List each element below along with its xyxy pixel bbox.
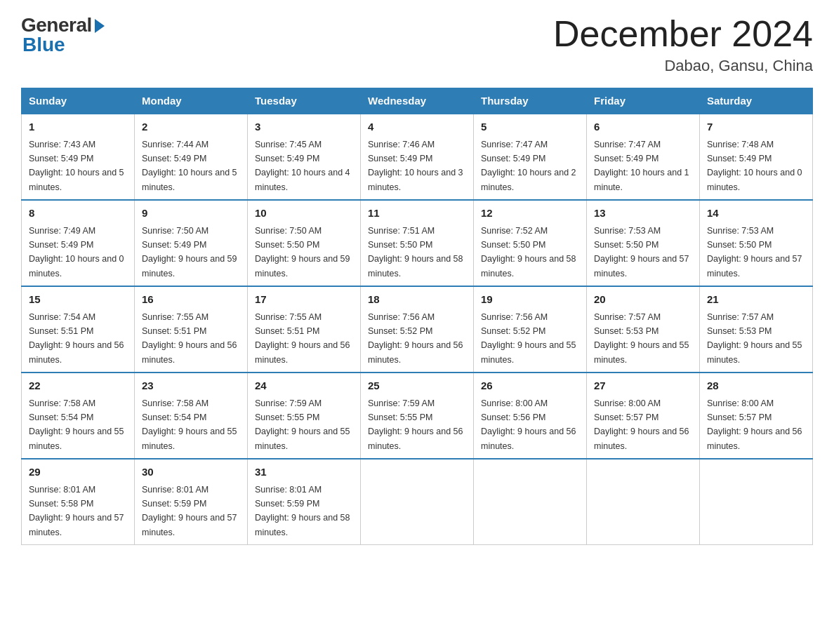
calendar-day-cell: 10Sunrise: 7:50 AMSunset: 5:50 PMDayligh… xyxy=(248,200,361,286)
day-info: Sunrise: 7:53 AMSunset: 5:50 PMDaylight:… xyxy=(707,226,802,279)
day-info: Sunrise: 7:59 AMSunset: 5:55 PMDaylight:… xyxy=(255,398,350,451)
day-number: 29 xyxy=(29,464,127,481)
header-sunday: Sunday xyxy=(22,88,135,114)
day-number: 26 xyxy=(481,378,579,394)
calendar-day-cell: 21Sunrise: 7:57 AMSunset: 5:53 PMDayligh… xyxy=(700,286,813,373)
day-info: Sunrise: 7:55 AMSunset: 5:51 PMDaylight:… xyxy=(142,312,237,365)
calendar-day-cell: 25Sunrise: 7:59 AMSunset: 5:55 PMDayligh… xyxy=(361,373,474,459)
day-number: 23 xyxy=(142,378,240,394)
day-info: Sunrise: 7:43 AMSunset: 5:49 PMDaylight:… xyxy=(29,140,124,192)
calendar-day-cell: 6Sunrise: 7:47 AMSunset: 5:49 PMDaylight… xyxy=(587,114,700,200)
logo: General Blue xyxy=(21,14,105,56)
day-number: 31 xyxy=(255,464,353,481)
day-info: Sunrise: 7:55 AMSunset: 5:51 PMDaylight:… xyxy=(255,312,350,365)
calendar-table: SundayMondayTuesdayWednesdayThursdayFrid… xyxy=(21,88,813,545)
calendar-day-cell xyxy=(587,459,700,545)
day-info: Sunrise: 7:52 AMSunset: 5:50 PMDaylight:… xyxy=(481,226,576,279)
day-number: 5 xyxy=(481,119,579,135)
day-number: 17 xyxy=(255,292,353,308)
calendar-week-row: 22Sunrise: 7:58 AMSunset: 5:54 PMDayligh… xyxy=(22,373,813,459)
day-number: 7 xyxy=(707,119,805,135)
logo-blue-text: Blue xyxy=(22,34,65,56)
day-number: 22 xyxy=(29,378,127,394)
calendar-header-row: SundayMondayTuesdayWednesdayThursdayFrid… xyxy=(22,88,813,114)
calendar-day-cell: 15Sunrise: 7:54 AMSunset: 5:51 PMDayligh… xyxy=(22,286,135,373)
calendar-day-cell: 28Sunrise: 8:00 AMSunset: 5:57 PMDayligh… xyxy=(700,373,813,459)
day-info: Sunrise: 7:50 AMSunset: 5:50 PMDaylight:… xyxy=(255,226,350,279)
day-info: Sunrise: 8:00 AMSunset: 5:57 PMDaylight:… xyxy=(707,398,802,451)
header-saturday: Saturday xyxy=(700,88,813,114)
day-info: Sunrise: 7:49 AMSunset: 5:49 PMDaylight:… xyxy=(29,226,124,279)
day-number: 6 xyxy=(594,119,692,135)
calendar-day-cell: 14Sunrise: 7:53 AMSunset: 5:50 PMDayligh… xyxy=(700,200,813,286)
calendar-day-cell: 20Sunrise: 7:57 AMSunset: 5:53 PMDayligh… xyxy=(587,286,700,373)
day-number: 19 xyxy=(481,292,579,308)
calendar-day-cell: 7Sunrise: 7:48 AMSunset: 5:49 PMDaylight… xyxy=(700,114,813,200)
calendar-day-cell: 8Sunrise: 7:49 AMSunset: 5:49 PMDaylight… xyxy=(22,200,135,286)
day-number: 9 xyxy=(142,206,240,222)
calendar-week-row: 29Sunrise: 8:01 AMSunset: 5:58 PMDayligh… xyxy=(22,459,813,545)
day-number: 28 xyxy=(707,378,805,394)
day-info: Sunrise: 7:44 AMSunset: 5:49 PMDaylight:… xyxy=(142,140,237,192)
calendar-day-cell: 4Sunrise: 7:46 AMSunset: 5:49 PMDaylight… xyxy=(361,114,474,200)
day-number: 3 xyxy=(255,119,353,135)
day-info: Sunrise: 7:59 AMSunset: 5:55 PMDaylight:… xyxy=(368,398,463,451)
day-number: 16 xyxy=(142,292,240,308)
logo-arrow-icon xyxy=(95,19,105,33)
calendar-day-cell: 26Sunrise: 8:00 AMSunset: 5:56 PMDayligh… xyxy=(474,373,587,459)
calendar-day-cell: 29Sunrise: 8:01 AMSunset: 5:58 PMDayligh… xyxy=(22,459,135,545)
calendar-week-row: 8Sunrise: 7:49 AMSunset: 5:49 PMDaylight… xyxy=(22,200,813,286)
day-number: 20 xyxy=(594,292,692,308)
calendar-day-cell: 16Sunrise: 7:55 AMSunset: 5:51 PMDayligh… xyxy=(135,286,248,373)
day-info: Sunrise: 8:01 AMSunset: 5:59 PMDaylight:… xyxy=(255,485,350,537)
page-header: General Blue December 2024 Dabao, Gansu,… xyxy=(21,14,813,75)
day-info: Sunrise: 7:58 AMSunset: 5:54 PMDaylight:… xyxy=(142,398,237,451)
day-number: 1 xyxy=(29,119,127,135)
day-number: 18 xyxy=(368,292,466,308)
day-number: 8 xyxy=(29,206,127,222)
calendar-day-cell: 9Sunrise: 7:50 AMSunset: 5:49 PMDaylight… xyxy=(135,200,248,286)
calendar-day-cell: 24Sunrise: 7:59 AMSunset: 5:55 PMDayligh… xyxy=(248,373,361,459)
calendar-day-cell: 22Sunrise: 7:58 AMSunset: 5:54 PMDayligh… xyxy=(22,373,135,459)
day-number: 12 xyxy=(481,206,579,222)
day-info: Sunrise: 8:01 AMSunset: 5:58 PMDaylight:… xyxy=(29,485,124,537)
day-info: Sunrise: 7:57 AMSunset: 5:53 PMDaylight:… xyxy=(594,312,689,365)
day-number: 13 xyxy=(594,206,692,222)
day-number: 15 xyxy=(29,292,127,308)
calendar-day-cell: 12Sunrise: 7:52 AMSunset: 5:50 PMDayligh… xyxy=(474,200,587,286)
day-number: 10 xyxy=(255,206,353,222)
day-number: 14 xyxy=(707,206,805,222)
header-monday: Monday xyxy=(135,88,248,114)
day-info: Sunrise: 7:56 AMSunset: 5:52 PMDaylight:… xyxy=(368,312,463,365)
calendar-day-cell: 2Sunrise: 7:44 AMSunset: 5:49 PMDaylight… xyxy=(135,114,248,200)
day-number: 11 xyxy=(368,206,466,222)
calendar-week-row: 15Sunrise: 7:54 AMSunset: 5:51 PMDayligh… xyxy=(22,286,813,373)
day-number: 2 xyxy=(142,119,240,135)
day-info: Sunrise: 8:00 AMSunset: 5:56 PMDaylight:… xyxy=(481,398,576,451)
header-friday: Friday xyxy=(587,88,700,114)
month-title: December 2024 xyxy=(553,14,813,54)
calendar-day-cell: 19Sunrise: 7:56 AMSunset: 5:52 PMDayligh… xyxy=(474,286,587,373)
day-info: Sunrise: 7:47 AMSunset: 5:49 PMDaylight:… xyxy=(481,140,576,192)
calendar-day-cell xyxy=(700,459,813,545)
day-info: Sunrise: 7:57 AMSunset: 5:53 PMDaylight:… xyxy=(707,312,802,365)
day-number: 30 xyxy=(142,464,240,481)
calendar-day-cell: 5Sunrise: 7:47 AMSunset: 5:49 PMDaylight… xyxy=(474,114,587,200)
day-info: Sunrise: 7:58 AMSunset: 5:54 PMDaylight:… xyxy=(29,398,124,451)
calendar-day-cell xyxy=(361,459,474,545)
calendar-day-cell xyxy=(474,459,587,545)
header-thursday: Thursday xyxy=(474,88,587,114)
calendar-day-cell: 27Sunrise: 8:00 AMSunset: 5:57 PMDayligh… xyxy=(587,373,700,459)
day-number: 25 xyxy=(368,378,466,394)
calendar-day-cell: 23Sunrise: 7:58 AMSunset: 5:54 PMDayligh… xyxy=(135,373,248,459)
day-info: Sunrise: 7:46 AMSunset: 5:49 PMDaylight:… xyxy=(368,140,463,192)
calendar-day-cell: 31Sunrise: 8:01 AMSunset: 5:59 PMDayligh… xyxy=(248,459,361,545)
calendar-day-cell: 3Sunrise: 7:45 AMSunset: 5:49 PMDaylight… xyxy=(248,114,361,200)
calendar-day-cell: 18Sunrise: 7:56 AMSunset: 5:52 PMDayligh… xyxy=(361,286,474,373)
calendar-day-cell: 1Sunrise: 7:43 AMSunset: 5:49 PMDaylight… xyxy=(22,114,135,200)
header-tuesday: Tuesday xyxy=(248,88,361,114)
calendar-day-cell: 30Sunrise: 8:01 AMSunset: 5:59 PMDayligh… xyxy=(135,459,248,545)
calendar-week-row: 1Sunrise: 7:43 AMSunset: 5:49 PMDaylight… xyxy=(22,114,813,200)
day-info: Sunrise: 8:00 AMSunset: 5:57 PMDaylight:… xyxy=(594,398,689,451)
day-number: 4 xyxy=(368,119,466,135)
